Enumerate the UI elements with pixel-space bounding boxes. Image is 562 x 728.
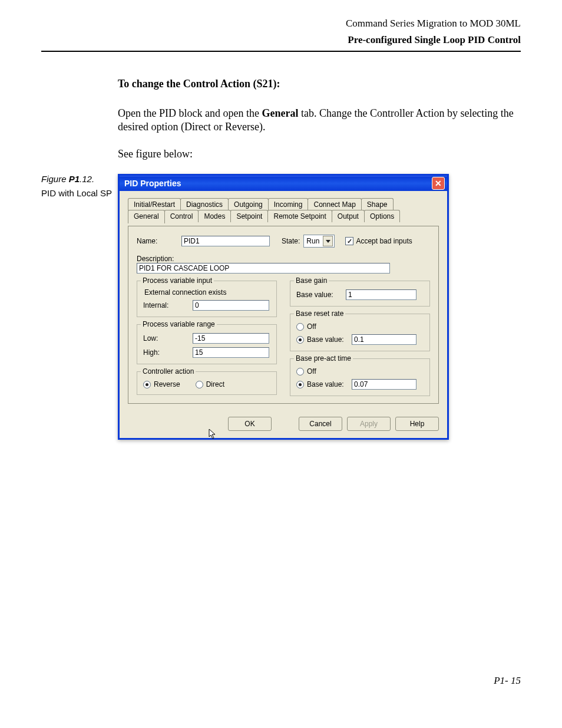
brr-off-label: Off [307,322,316,331]
tab-setpoint[interactable]: Setpoint [230,210,268,222]
apply-button[interactable]: Apply [347,417,391,431]
description-input[interactable] [137,263,390,274]
close-button[interactable]: ✕ [432,177,445,190]
paragraph-1: Open the PID block and open the General … [118,107,521,134]
low-label: Low: [143,334,189,342]
bg-label: Base value: [296,291,342,299]
brr-legend: Base reset rate [294,309,345,318]
figure-label: Figure P1.12. [41,174,118,184]
ok-button[interactable]: OK [228,417,272,431]
bpt-value-label: Base value: [307,380,348,388]
base-preact-time-group: Base pre-act time Off Base value: [290,358,430,396]
direct-label: Direct [206,380,224,388]
tab-shape[interactable]: Shape [361,198,394,210]
tab-remote-setpoint[interactable]: Remote Setpoint [267,210,332,222]
bg-legend: Base gain [294,276,329,285]
pvi-subtext: External connection exists [144,288,270,297]
process-variable-input-group: Process variable input External connecti… [137,281,277,317]
dropdown-arrow-icon [323,236,333,246]
high-input[interactable] [193,347,269,358]
name-label: Name: [137,237,178,245]
page-header-subtitle: Pre-configured Single Loop PID Control [41,34,521,46]
bpt-legend: Base pre-act time [294,354,353,363]
tab-outgoing[interactable]: Outgoing [228,198,269,210]
figure-label-bold: P1 [69,174,80,184]
bpt-value-radio[interactable] [296,381,304,388]
accept-bad-inputs-checkbox[interactable] [345,237,353,245]
brr-value-radio[interactable] [296,336,304,344]
controller-action-group: Controller action Reverse Di [137,371,277,395]
page-header-title: Command Series Migration to MOD 30ML [41,18,521,29]
figure-label-suffix: .12. [80,174,94,184]
dialog-titlebar[interactable]: PID Properties ✕ [120,176,447,191]
state-select[interactable]: Run [303,235,335,248]
tab-initial-restart[interactable]: Initial/Restart [128,198,181,210]
direct-radio[interactable] [196,381,203,388]
help-button[interactable]: Help [395,417,439,431]
tab-modes[interactable]: Modes [198,210,231,222]
pid-properties-dialog: PID Properties ✕ Initial/Restart Diagnos… [118,174,449,440]
header-rule [41,51,521,52]
state-value: Run [306,237,319,245]
tab-output[interactable]: Output [332,210,365,222]
tab-strip: Initial/Restart Diagnostics Outgoing Inc… [128,198,439,222]
dialog-title: PID Properties [124,179,181,188]
bg-input[interactable] [346,289,416,300]
reverse-label: Reverse [154,380,180,388]
low-input[interactable] [193,333,269,344]
para1-part-a: Open the PID block and open the [118,107,262,119]
process-variable-range-group: Process variable range Low: High: [137,324,277,364]
pvr-legend: Process variable range [141,320,217,328]
high-label: High: [143,348,189,357]
paragraph-2: See figure below: [118,147,521,161]
tab-options[interactable]: Options [364,210,400,222]
pvi-legend: Process variable input [141,276,214,285]
tab-general[interactable]: General [128,210,165,223]
internal-label: Internal: [143,301,189,309]
base-reset-rate-group: Base reset rate Off Base value: [290,314,430,351]
accept-bad-inputs-label: Accept bad inputs [356,237,412,245]
brr-input[interactable] [352,334,416,345]
name-input[interactable] [181,236,270,246]
bpt-input[interactable] [352,379,416,390]
tab-panel-general: Name: State: Run Accept bad inputs [128,226,439,404]
figure-label-prefix: Figure [41,174,69,184]
tab-control[interactable]: Control [164,210,199,222]
close-icon: ✕ [435,179,442,188]
bpt-off-radio[interactable] [296,368,304,375]
brr-off-radio[interactable] [296,323,304,331]
tab-connect-map[interactable]: Connect Map [308,198,361,210]
section-heading: To change the Control Action (S21): [118,78,521,90]
cancel-button[interactable]: Cancel [299,417,342,431]
description-label: Description: [137,255,178,263]
reverse-radio[interactable] [143,381,151,388]
state-label: State: [282,237,300,245]
ca-legend: Controller action [141,367,196,375]
internal-input[interactable] [193,300,269,311]
tab-incoming[interactable]: Incoming [268,198,309,210]
page-number: P1- 15 [494,675,521,687]
bpt-off-label: Off [307,367,316,375]
tab-diagnostics[interactable]: Diagnostics [180,198,229,210]
para1-bold: General [262,107,298,119]
figure-caption: PID with Local SP [41,187,118,199]
base-gain-group: Base gain Base value: [290,281,430,307]
brr-value-label: Base value: [307,335,348,344]
